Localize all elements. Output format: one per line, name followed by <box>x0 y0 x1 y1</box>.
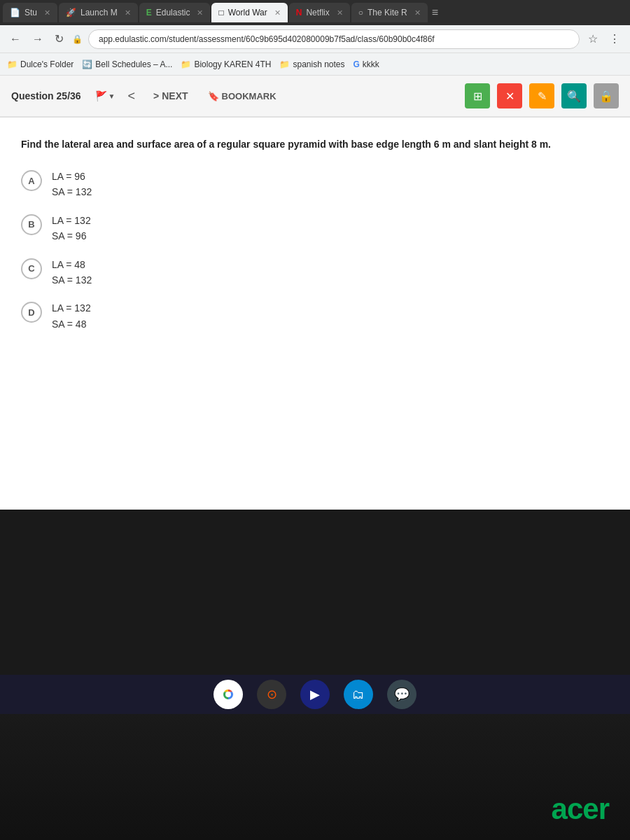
next-arrow-icon: > <box>153 90 159 102</box>
reload-button[interactable]: ↻ <box>52 31 66 47</box>
forward-button[interactable]: → <box>29 31 46 47</box>
question-text: Find the lateral area and surface area o… <box>21 137 609 152</box>
bookmark-bell-icon: 🔄 <box>82 59 92 69</box>
prev-button[interactable]: < <box>122 86 141 106</box>
flag-icon: 🚩 <box>95 90 107 102</box>
option-b-line1: LA = 132 <box>52 213 91 228</box>
back-button[interactable]: ← <box>7 31 24 47</box>
search-icon: 🔍 <box>567 90 581 103</box>
option-a-text: LA = 96 SA = 132 <box>52 169 92 200</box>
option-c[interactable]: C LA = 48 SA = 132 <box>21 257 609 288</box>
option-d-text: LA = 132 SA = 48 <box>52 300 91 332</box>
tab-edulastic-label: Edulastic <box>156 8 190 18</box>
grid-button[interactable]: ⊞ <box>465 83 490 108</box>
tab-kite[interactable]: ○ The Kite R ✕ <box>351 3 428 22</box>
option-b[interactable]: B LA = 132 SA = 96 <box>21 213 609 244</box>
taskbar: ⊙ ▶ 🗂 💬 <box>0 675 630 714</box>
tab-stu[interactable]: 📄 Stu ✕ <box>3 3 57 22</box>
page-content: Question 25/36 🚩 ▼ < > NEXT 🔖 BOOKMARK ⊞… <box>0 76 630 510</box>
bookmark-dulce-icon: 📁 <box>7 59 18 69</box>
close-icon: ✕ <box>505 90 514 103</box>
option-d-line1: LA = 132 <box>52 300 91 316</box>
option-b-text: LA = 132 SA = 96 <box>52 213 91 244</box>
question-area: Find the lateral area and surface area o… <box>0 118 630 358</box>
address-input[interactable] <box>88 29 580 49</box>
menu-button[interactable]: ⋮ <box>606 31 623 47</box>
lock-button[interactable]: 🔒 <box>594 83 619 108</box>
taskbar-camera-icon[interactable]: ⊙ <box>257 680 286 709</box>
question-counter: Question 25/36 <box>11 90 81 102</box>
search-button[interactable]: 🔍 <box>561 83 587 108</box>
bookmark-spanish[interactable]: 📁 spanish notes <box>279 59 344 69</box>
taskbar-message-icon[interactable]: 💬 <box>387 680 416 709</box>
edit-button[interactable]: ✎ <box>529 83 554 108</box>
option-c-line1: LA = 48 <box>52 257 92 272</box>
tab-worldwar-close[interactable]: ✕ <box>274 8 281 18</box>
option-c-text: LA = 48 SA = 132 <box>52 257 92 288</box>
tab-edulastic[interactable]: E Edulastic ✕ <box>139 3 211 22</box>
option-d[interactable]: D LA = 132 SA = 48 <box>21 300 609 332</box>
option-d-label: D <box>28 307 34 318</box>
bookmark-bell[interactable]: 🔄 Bell Schedules – A... <box>82 59 172 69</box>
option-a-circle: A <box>21 170 42 191</box>
flag-dropdown-icon: ▼ <box>108 92 115 100</box>
bookmark-biology[interactable]: 📁 Biology KAREN 4TH <box>181 59 271 69</box>
tab-kite-icon: ○ <box>358 8 363 18</box>
flag-button[interactable]: 🚩 ▼ <box>95 90 115 102</box>
bookmarks-bar: 📁 Dulce's Folder 🔄 Bell Schedules – A...… <box>0 53 630 76</box>
option-a-label: A <box>28 176 34 186</box>
tab-kite-label: The Kite R <box>368 8 407 18</box>
option-b-circle: B <box>21 214 42 235</box>
tab-launch-label: Launch M <box>80 8 118 18</box>
taskbar-chrome-icon[interactable] <box>214 680 243 709</box>
option-c-label: C <box>28 263 34 274</box>
bookmark-kkkk-icon: G <box>354 59 360 69</box>
option-d-circle: D <box>21 302 42 323</box>
tab-netflix-icon: N <box>296 8 302 18</box>
laptop-bottom: acer <box>0 714 630 840</box>
bookmark-bell-label: Bell Schedules – A... <box>95 59 172 69</box>
tab-netflix-close[interactable]: ✕ <box>337 8 343 18</box>
edit-icon: ✎ <box>538 90 547 103</box>
tab-launch-close[interactable]: ✕ <box>125 8 131 18</box>
address-bar: ← → ↻ 🔒 ☆ ⋮ <box>0 25 630 53</box>
tab-netflix-label: Netflix <box>306 8 329 18</box>
option-c-line2: SA = 132 <box>52 272 92 288</box>
bookmark-biology-label: Biology KAREN 4TH <box>194 59 271 69</box>
bookmark-kkkk-label: kkkk <box>363 59 379 69</box>
bookmark-star[interactable]: ☆ <box>585 31 601 47</box>
bookmark-dulce[interactable]: 📁 Dulce's Folder <box>7 59 74 69</box>
tab-worldwar[interactable]: □ World War ✕ <box>211 3 287 22</box>
new-tab-button[interactable]: ≡ <box>432 6 438 19</box>
edu-toolbar: Question 25/36 🚩 ▼ < > NEXT 🔖 BOOKMARK ⊞… <box>0 76 630 118</box>
tab-launch-icon: 🚀 <box>66 8 76 18</box>
tab-stu-close[interactable]: ✕ <box>44 8 50 18</box>
option-a-line2: SA = 132 <box>52 184 92 200</box>
taskbar-folder-icon[interactable]: 🗂 <box>344 680 373 709</box>
lock-button-icon: 🔒 <box>599 90 613 103</box>
option-a[interactable]: A LA = 96 SA = 132 <box>21 169 609 200</box>
bookmark-spanish-label: spanish notes <box>293 59 344 69</box>
next-label: NEXT <box>162 90 188 102</box>
bookmark-icon: 🔖 <box>208 91 219 102</box>
tab-edulastic-icon: E <box>146 8 152 18</box>
bookmark-label: BOOKMARK <box>222 91 276 102</box>
acer-logo: acer <box>552 792 609 826</box>
bookmark-dulce-label: Dulce's Folder <box>20 59 74 69</box>
tab-kite-close[interactable]: ✕ <box>414 8 421 18</box>
bookmark-button[interactable]: 🔖 BOOKMARK <box>201 88 284 104</box>
tab-launch[interactable]: 🚀 Launch M ✕ <box>59 3 138 22</box>
tab-edulastic-close[interactable]: ✕ <box>197 8 203 18</box>
tab-netflix[interactable]: N Netflix ✕ <box>289 3 350 22</box>
bookmark-biology-icon: 📁 <box>181 59 191 69</box>
option-c-circle: C <box>21 258 42 279</box>
bookmark-kkkk[interactable]: G kkkk <box>354 59 379 69</box>
next-button[interactable]: > NEXT <box>148 88 194 104</box>
tab-stu-label: Stu <box>24 8 37 18</box>
option-d-line2: SA = 48 <box>52 316 91 332</box>
taskbar-play-icon[interactable]: ▶ <box>300 680 330 709</box>
option-b-line2: SA = 96 <box>52 228 91 244</box>
tab-worldwar-label: World War <box>228 8 267 18</box>
close-button[interactable]: ✕ <box>497 83 522 108</box>
tab-stu-icon: 📄 <box>10 8 20 18</box>
